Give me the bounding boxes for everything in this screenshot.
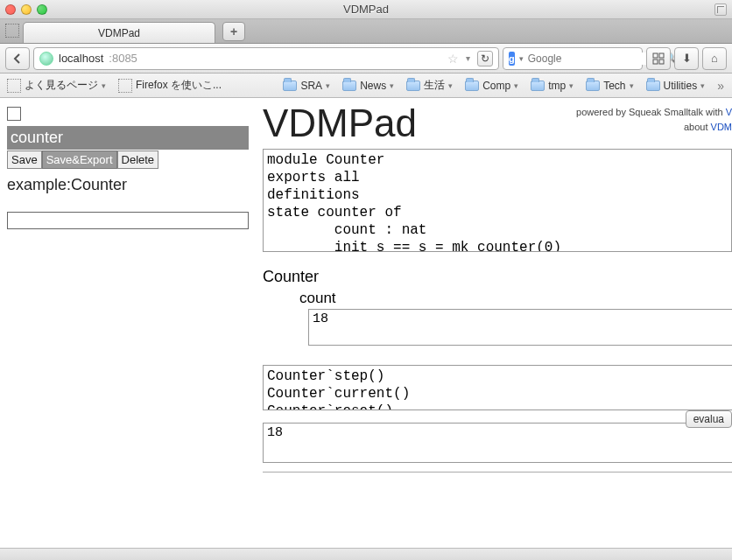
grid-icon [652,52,665,65]
reload-icon: ↻ [481,52,489,65]
bookmark-firefox[interactable]: Firefox を使いこ... [118,78,222,93]
back-arrow-icon [12,53,23,64]
bookmark-sra[interactable]: SRA▾ [283,80,330,92]
browser-tab[interactable]: VDMPad [23,22,215,43]
status-bar [0,548,732,560]
bookmark-most-visited[interactable]: よく見るページ▾ [7,78,106,93]
module-name-header[interactable]: counter [7,126,249,150]
traffic-lights [5,4,47,15]
url-host: localhost [59,52,103,65]
svg-rect-3 [659,60,664,64]
folder-icon [586,80,600,91]
downloads-button[interactable]: ⬇ [674,47,699,70]
bookmarks-bar: よく見るページ▾ Firefox を使いこ... SRA▾ News▾ 生活▾ … [0,74,732,98]
powered-by: powered by Squeak Smalltalk with V about… [576,105,732,134]
bookmarks-overflow-icon[interactable]: » [717,79,725,93]
evaluate-button[interactable]: evalua [686,410,732,428]
save-button[interactable]: Save [7,150,42,169]
about-link[interactable]: VDM [711,122,732,132]
tab-groups-button[interactable] [646,47,671,70]
tab-favicon-placeholder-icon [5,24,19,38]
delete-button[interactable]: Delete [117,150,159,169]
svg-rect-0 [653,53,658,58]
state-field-label: count [299,290,732,307]
folder-icon [406,80,420,91]
close-window-icon[interactable] [5,4,16,15]
folder-icon [342,80,356,91]
example-link[interactable]: example:Counter [7,176,249,194]
result-output[interactable]: 18 [263,423,732,463]
main-area: powered by Squeak Smalltalk with V about… [254,98,732,548]
download-arrow-icon: ⬇ [682,52,692,65]
google-icon: g [509,52,515,66]
browser-tabbar: VDMPad + [0,19,732,44]
hatch-icon [118,79,132,93]
page-content: counter Save Save&Export Delete example:… [0,98,732,548]
bookmark-star-icon[interactable]: ☆ [447,52,459,66]
folder-icon [646,80,660,91]
expand-window-icon[interactable] [714,4,727,16]
svg-rect-1 [659,53,664,58]
bookmark-comp[interactable]: Comp▾ [465,80,518,92]
bookmark-tech[interactable]: Tech▾ [586,80,633,92]
folder-icon [531,80,545,91]
search-input[interactable] [528,52,659,65]
hatch-icon [7,79,21,93]
search-bar[interactable]: g ▾ 🔍 [503,47,643,70]
code-editor[interactable]: module Counter exports all definitions s… [263,149,732,252]
powered-link[interactable]: V [726,107,732,117]
browser-toolbar: localhost:8085 ☆ ▾ ↻ g ▾ 🔍 ⬇ ⌂ [0,44,732,74]
folder-icon [283,80,297,91]
new-tab-button[interactable]: + [222,22,245,41]
minimize-window-icon[interactable] [21,4,32,15]
state-field-value[interactable]: 18 [308,309,732,346]
save-export-button[interactable]: Save&Export [42,150,117,169]
divider [263,472,732,472]
url-port: :8085 [109,52,137,65]
window-title: VDMPad [0,3,732,16]
folder-icon [465,80,479,91]
window-titlebar: VDMPad [0,0,732,19]
home-icon: ⌂ [711,52,718,65]
svg-rect-2 [653,60,658,64]
calls-editor[interactable]: Counter`step() Counter`current() Counter… [263,365,732,410]
url-dropdown-icon[interactable]: ▾ [466,53,470,63]
sidebar-checkbox[interactable] [7,107,21,121]
state-module-title: Counter [263,268,732,286]
zoom-window-icon[interactable] [37,4,47,15]
tab-title: VDMPad [98,27,140,39]
url-bar[interactable]: localhost:8085 ☆ ▾ ↻ [33,47,499,70]
back-button[interactable] [5,47,30,70]
bookmark-life[interactable]: 生活▾ [406,78,453,93]
bookmark-news[interactable]: News▾ [342,80,394,92]
sidebar: counter Save Save&Export Delete example:… [0,98,254,548]
home-button[interactable]: ⌂ [702,47,727,70]
bookmark-utilities[interactable]: Utilities▾ [646,80,706,92]
reload-button[interactable]: ↻ [477,51,493,66]
search-engine-dropdown-icon[interactable]: ▾ [519,54,524,63]
sidebar-buttons: Save Save&Export Delete [7,150,249,169]
globe-icon [39,52,53,66]
sidebar-input[interactable] [7,212,249,229]
bookmark-tmp[interactable]: tmp▾ [531,80,574,92]
